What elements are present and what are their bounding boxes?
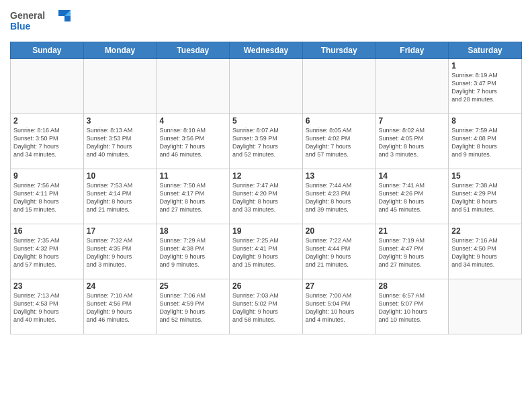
- day-number: 16: [13, 226, 81, 236]
- day-number: 5: [232, 116, 300, 126]
- calendar-cell: [230, 59, 303, 114]
- day-info: Sunrise: 8:19 AM Sunset: 3:47 PM Dayligh…: [451, 71, 519, 104]
- day-number: 6: [306, 116, 373, 126]
- calendar-cell: 18Sunrise: 7:29 AM Sunset: 4:38 PM Dayli…: [157, 224, 230, 279]
- calendar-cell: 28Sunrise: 6:57 AM Sunset: 5:07 PM Dayli…: [375, 279, 449, 334]
- day-info: Sunrise: 7:44 AM Sunset: 4:23 PM Dayligh…: [306, 181, 373, 214]
- calendar-cell: 21Sunrise: 7:19 AM Sunset: 4:47 PM Dayli…: [375, 224, 449, 279]
- day-number: 17: [87, 226, 154, 236]
- calendar-header-row: SundayMondayTuesdayWednesdayThursdayFrid…: [11, 42, 522, 59]
- calendar-cell: [449, 279, 522, 334]
- calendar-cell: 19Sunrise: 7:25 AM Sunset: 4:41 PM Dayli…: [230, 224, 303, 279]
- day-info: Sunrise: 7:38 AM Sunset: 4:29 PM Dayligh…: [451, 181, 519, 214]
- day-number: 25: [159, 281, 226, 291]
- day-info: Sunrise: 7:19 AM Sunset: 4:47 PM Dayligh…: [379, 236, 446, 269]
- calendar-week-3: 16Sunrise: 7:35 AM Sunset: 4:32 PM Dayli…: [11, 224, 522, 279]
- day-number: 1: [451, 61, 519, 71]
- day-info: Sunrise: 7:47 AM Sunset: 4:20 PM Dayligh…: [232, 181, 300, 214]
- day-info: Sunrise: 7:32 AM Sunset: 4:35 PM Dayligh…: [87, 236, 154, 269]
- day-info: Sunrise: 8:13 AM Sunset: 3:53 PM Dayligh…: [87, 126, 154, 159]
- calendar-cell: 2Sunrise: 8:16 AM Sunset: 3:50 PM Daylig…: [11, 114, 84, 169]
- day-number: 9: [13, 171, 81, 181]
- day-number: 12: [232, 171, 300, 181]
- calendar-header-sunday: Sunday: [11, 42, 84, 59]
- day-info: Sunrise: 8:05 AM Sunset: 4:02 PM Dayligh…: [306, 126, 373, 159]
- calendar-week-0: 1Sunrise: 8:19 AM Sunset: 3:47 PM Daylig…: [11, 59, 522, 114]
- day-info: Sunrise: 7:03 AM Sunset: 5:02 PM Dayligh…: [232, 291, 300, 324]
- day-info: Sunrise: 7:29 AM Sunset: 4:38 PM Dayligh…: [159, 236, 226, 269]
- day-number: 21: [379, 226, 446, 236]
- day-number: 24: [87, 281, 154, 291]
- calendar-cell: 16Sunrise: 7:35 AM Sunset: 4:32 PM Dayli…: [11, 224, 84, 279]
- calendar-cell: 17Sunrise: 7:32 AM Sunset: 4:35 PM Dayli…: [83, 224, 157, 279]
- day-info: Sunrise: 7:10 AM Sunset: 4:56 PM Dayligh…: [87, 291, 154, 324]
- page: General Blue SundayMondayTuesdayWednesda…: [0, 0, 532, 411]
- calendar-cell: 7Sunrise: 8:02 AM Sunset: 4:05 PM Daylig…: [375, 114, 449, 169]
- day-number: 23: [13, 281, 81, 291]
- day-info: Sunrise: 7:53 AM Sunset: 4:14 PM Dayligh…: [87, 181, 154, 214]
- calendar-cell: 24Sunrise: 7:10 AM Sunset: 4:56 PM Dayli…: [83, 279, 157, 334]
- calendar-header-friday: Friday: [375, 42, 449, 59]
- calendar-cell: 4Sunrise: 8:10 AM Sunset: 3:56 PM Daylig…: [157, 114, 230, 169]
- calendar-cell: 20Sunrise: 7:22 AM Sunset: 4:44 PM Dayli…: [302, 224, 375, 279]
- svg-text:General: General: [10, 10, 45, 21]
- calendar-cell: 5Sunrise: 8:07 AM Sunset: 3:59 PM Daylig…: [230, 114, 303, 169]
- day-info: Sunrise: 6:57 AM Sunset: 5:07 PM Dayligh…: [379, 291, 446, 324]
- day-info: Sunrise: 7:35 AM Sunset: 4:32 PM Dayligh…: [13, 236, 81, 269]
- day-number: 7: [379, 116, 446, 126]
- calendar-header-saturday: Saturday: [449, 42, 522, 59]
- calendar-cell: [302, 59, 375, 114]
- logo: General Blue: [10, 7, 84, 36]
- day-info: Sunrise: 7:22 AM Sunset: 4:44 PM Dayligh…: [306, 236, 373, 269]
- calendar-cell: 26Sunrise: 7:03 AM Sunset: 5:02 PM Dayli…: [230, 279, 303, 334]
- calendar-cell: 25Sunrise: 7:06 AM Sunset: 4:59 PM Dayli…: [157, 279, 230, 334]
- calendar-cell: 3Sunrise: 8:13 AM Sunset: 3:53 PM Daylig…: [83, 114, 157, 169]
- day-info: Sunrise: 8:10 AM Sunset: 3:56 PM Dayligh…: [159, 126, 226, 159]
- svg-text:Blue: Blue: [10, 21, 31, 32]
- day-number: 14: [379, 171, 446, 181]
- day-number: 28: [379, 281, 446, 291]
- calendar-cell: [375, 59, 449, 114]
- calendar-cell: 13Sunrise: 7:44 AM Sunset: 4:23 PM Dayli…: [302, 169, 375, 224]
- logo-text: General Blue: [10, 7, 84, 36]
- header: General Blue: [10, 7, 522, 36]
- calendar-table: SundayMondayTuesdayWednesdayThursdayFrid…: [10, 42, 522, 334]
- day-info: Sunrise: 7:56 AM Sunset: 4:11 PM Dayligh…: [13, 181, 81, 214]
- day-number: 2: [13, 116, 81, 126]
- calendar-cell: 14Sunrise: 7:41 AM Sunset: 4:26 PM Dayli…: [375, 169, 449, 224]
- day-info: Sunrise: 7:50 AM Sunset: 4:17 PM Dayligh…: [159, 181, 226, 214]
- day-info: Sunrise: 7:25 AM Sunset: 4:41 PM Dayligh…: [232, 236, 300, 269]
- calendar-cell: 10Sunrise: 7:53 AM Sunset: 4:14 PM Dayli…: [83, 169, 157, 224]
- day-info: Sunrise: 7:06 AM Sunset: 4:59 PM Dayligh…: [159, 291, 226, 324]
- calendar-header-monday: Monday: [83, 42, 157, 59]
- calendar-cell: 8Sunrise: 7:59 AM Sunset: 4:08 PM Daylig…: [449, 114, 522, 169]
- day-number: 4: [159, 116, 226, 126]
- day-number: 26: [232, 281, 300, 291]
- calendar-cell: 27Sunrise: 7:00 AM Sunset: 5:04 PM Dayli…: [302, 279, 375, 334]
- day-number: 27: [306, 281, 373, 291]
- day-info: Sunrise: 7:59 AM Sunset: 4:08 PM Dayligh…: [451, 126, 519, 159]
- calendar-cell: 12Sunrise: 7:47 AM Sunset: 4:20 PM Dayli…: [230, 169, 303, 224]
- calendar-week-2: 9Sunrise: 7:56 AM Sunset: 4:11 PM Daylig…: [11, 169, 522, 224]
- day-number: 11: [159, 171, 226, 181]
- day-number: 8: [451, 116, 519, 126]
- calendar-cell: 9Sunrise: 7:56 AM Sunset: 4:11 PM Daylig…: [11, 169, 84, 224]
- day-info: Sunrise: 8:07 AM Sunset: 3:59 PM Dayligh…: [232, 126, 300, 159]
- calendar-header-wednesday: Wednesday: [230, 42, 303, 59]
- day-number: 19: [232, 226, 300, 236]
- calendar-cell: 15Sunrise: 7:38 AM Sunset: 4:29 PM Dayli…: [449, 169, 522, 224]
- day-info: Sunrise: 8:16 AM Sunset: 3:50 PM Dayligh…: [13, 126, 81, 159]
- calendar-week-4: 23Sunrise: 7:13 AM Sunset: 4:53 PM Dayli…: [11, 279, 522, 334]
- calendar-cell: [83, 59, 157, 114]
- day-number: 15: [451, 171, 519, 181]
- day-number: 18: [159, 226, 226, 236]
- calendar-week-1: 2Sunrise: 8:16 AM Sunset: 3:50 PM Daylig…: [11, 114, 522, 169]
- calendar-cell: [157, 59, 230, 114]
- calendar-cell: 23Sunrise: 7:13 AM Sunset: 4:53 PM Dayli…: [11, 279, 84, 334]
- day-number: 10: [87, 171, 154, 181]
- day-info: Sunrise: 7:41 AM Sunset: 4:26 PM Dayligh…: [379, 181, 446, 214]
- day-info: Sunrise: 7:00 AM Sunset: 5:04 PM Dayligh…: [306, 291, 373, 324]
- calendar-cell: 22Sunrise: 7:16 AM Sunset: 4:50 PM Dayli…: [449, 224, 522, 279]
- day-number: 22: [451, 226, 519, 236]
- day-info: Sunrise: 7:13 AM Sunset: 4:53 PM Dayligh…: [13, 291, 81, 324]
